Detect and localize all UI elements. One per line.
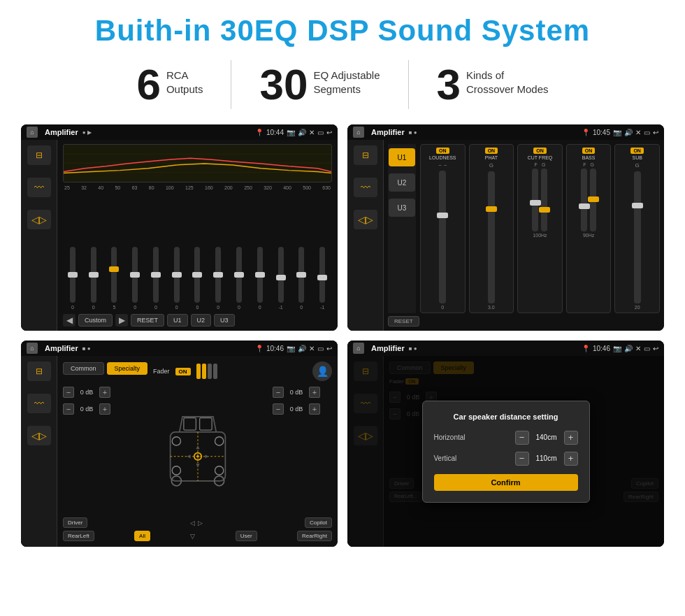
eq-track-0[interactable] [70, 247, 75, 303]
rearleft-btn[interactable]: RearLeft [63, 531, 94, 541]
vol-icon-3: 🔊 [298, 345, 306, 352]
custom-btn[interactable]: Custom [78, 314, 113, 327]
eq-tune-btn-2[interactable]: ⊟ [354, 145, 377, 165]
cam-icon-2: 📷 [613, 129, 621, 136]
svg-marker-19 [205, 454, 208, 458]
eq-bottom-bar: ◀ Custom ▶ RESET U1 U2 U3 [63, 314, 332, 327]
wave-btn-3[interactable]: 〰 [27, 394, 51, 413]
common-tab[interactable]: Common [63, 362, 104, 375]
bass-slider-f[interactable] [581, 169, 587, 231]
vertical-row: Vertical − 110cm + [434, 452, 578, 466]
vertical-minus[interactable]: − [515, 452, 529, 466]
minus-tr[interactable]: − [273, 387, 284, 398]
eq-thumb-0 [68, 272, 78, 278]
time-3: 10:46 [266, 345, 284, 352]
eq-tune-btn-3[interactable]: ⊟ [27, 361, 51, 381]
person-icon: 👤 [312, 361, 332, 381]
screen1-content: ⊟ 〰 ◁▷ [21, 140, 338, 331]
u3-tab-btn[interactable]: U3 [389, 199, 415, 217]
screen-crossover: ⌂ Amplifier ■ ● 📍 10:46 📷 🔊 ✕ ▭ ↩ ⊟ 〰 ◁▷ [21, 341, 338, 547]
dialog-title: Car speaker distance setting [434, 413, 578, 421]
all-btn[interactable]: All [134, 531, 150, 541]
svg-point-10 [172, 436, 180, 445]
sub-module: ON SUB G 20 [614, 144, 660, 313]
home-icon-4[interactable]: ⌂ [353, 343, 364, 354]
horizontal-plus[interactable]: + [564, 431, 578, 445]
back-icon-4[interactable]: ↩ [653, 345, 658, 352]
u3-btn[interactable]: U3 [214, 314, 235, 327]
sub-slider[interactable] [634, 171, 641, 303]
loudness-on: ON [436, 148, 449, 154]
vertical-label: Vertical [434, 454, 476, 462]
loudness-slider[interactable] [439, 171, 446, 303]
db-row-bl: − 0 dB + [63, 403, 122, 415]
vol-icon-1: 🔊 [298, 129, 306, 136]
home-icon-2[interactable]: ⌂ [353, 127, 364, 138]
reset-btn[interactable]: RESET [131, 314, 164, 327]
db-row-tr: − 0 dB + [273, 387, 332, 398]
copilot-btn[interactable]: Copilot [305, 517, 332, 528]
driver-btn[interactable]: Driver [63, 517, 87, 528]
plus-tr[interactable]: + [309, 387, 320, 398]
status-icons-1: 📍 10:44 📷 🔊 ✕ ▭ ↩ [255, 129, 332, 136]
svg-rect-4 [183, 417, 196, 430]
user-btn[interactable]: User [236, 531, 257, 541]
cam-icon-3: 📷 [287, 345, 295, 352]
minus-bl[interactable]: − [63, 403, 74, 415]
vertical-plus[interactable]: + [564, 452, 578, 466]
horizontal-row: Horizontal − 140cm + [434, 431, 578, 445]
cutfreq-slider-g[interactable] [541, 169, 547, 231]
reset-btn-2[interactable]: RESET [388, 316, 419, 327]
confirm-button[interactable]: Confirm [434, 474, 578, 491]
eq-slider-4: 0 [146, 247, 166, 310]
u2-btn[interactable]: U2 [191, 314, 212, 327]
home-icon-1[interactable]: ⌂ [27, 127, 38, 138]
minus-tl[interactable]: − [63, 387, 74, 398]
eq-slider-9: 0 [250, 247, 270, 310]
speaker-btn-2[interactable]: ◁▷ [354, 210, 377, 229]
rearright-btn[interactable]: RearRight [297, 531, 332, 541]
prev-btn[interactable]: ◀ [63, 314, 75, 327]
back-icon-1[interactable]: ↩ [326, 129, 332, 136]
wave-btn-2[interactable]: 〰 [354, 178, 377, 197]
eq-tune-btn[interactable]: ⊟ [27, 145, 51, 165]
u2-tab-btn[interactable]: U2 [389, 173, 415, 192]
phat-slider[interactable] [488, 171, 495, 303]
minus-br[interactable]: − [273, 403, 284, 415]
status-icons-2: 📍 10:45 📷 🔊 ✕ ▭ ↩ [582, 129, 658, 136]
rect-icon-3: ▭ [317, 345, 324, 352]
eq-sliders-row: 0 0 5 [63, 194, 332, 310]
specialty-tab[interactable]: Specialty [107, 362, 148, 375]
eq-slider-2: 5 [105, 247, 124, 310]
plus-bl[interactable]: + [99, 403, 110, 415]
car-svg [152, 401, 243, 499]
horizontal-val: 140cm [533, 434, 561, 441]
time-1: 10:44 [266, 129, 284, 136]
phat-label: PHAT [485, 155, 498, 160]
plus-tl[interactable]: + [99, 387, 110, 398]
stat-number-crossover: 3 [437, 63, 461, 106]
cutfreq-slider-f[interactable] [532, 169, 538, 231]
time-2: 10:45 [593, 129, 610, 136]
plus-br[interactable]: + [309, 403, 320, 415]
car-diagram [127, 387, 268, 513]
speaker-btn[interactable]: ◁▷ [27, 210, 51, 229]
horizontal-minus[interactable]: − [515, 431, 529, 445]
speaker-btn-3[interactable]: ◁▷ [27, 426, 51, 445]
next-btn[interactable]: ▶ [115, 314, 128, 327]
eq-slider-8: 0 [229, 247, 249, 310]
u1-tab-btn[interactable]: U1 [389, 148, 415, 166]
vol-icon-4: 🔊 [624, 345, 633, 352]
home-icon-3[interactable]: ⌂ [27, 343, 38, 354]
back-icon-2[interactable]: ↩ [653, 129, 658, 136]
fader-on-badge: ON [175, 368, 191, 375]
x-icon-1: ✕ [309, 129, 315, 136]
wave-btn[interactable]: 〰 [27, 178, 51, 197]
back-icon-3[interactable]: ↩ [326, 345, 332, 352]
bass-on: ON [582, 148, 596, 154]
eq-main: 2532 4050 6380 100125 160200 250320 4005… [57, 140, 338, 331]
bass-slider-g[interactable] [590, 169, 596, 231]
u1-btn[interactable]: U1 [167, 314, 188, 327]
side-controls-2: ⊟ 〰 ◁▷ [347, 140, 384, 331]
loudness-module: ON LOUDNESS ~~ 0 [420, 144, 466, 313]
